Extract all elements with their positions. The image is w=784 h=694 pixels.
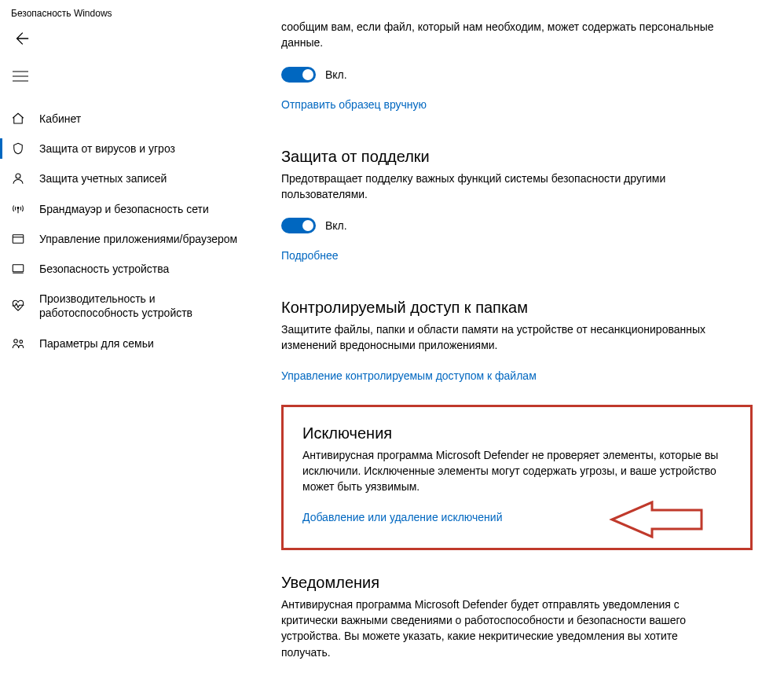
section-heading: Контролируемый доступ к папкам: [281, 299, 753, 317]
sidebar: Безопасность Windows Кабинет: [0, 0, 259, 694]
exclusions-section-highlight: Исключения Антивирусная программа Micros…: [281, 405, 753, 550]
nav-list: Кабинет Защита от вирусов и угроз Защита…: [0, 104, 259, 358]
sidebar-item-label: Производительность и работоспособность у…: [39, 292, 248, 320]
shield-icon: [11, 141, 25, 156]
svg-rect-5: [13, 235, 24, 244]
sidebar-item-account[interactable]: Защита учетных записей: [0, 163, 259, 193]
svg-point-9: [14, 339, 18, 343]
sidebar-item-label: Управление приложениями/браузером: [39, 232, 248, 246]
sidebar-item-device-security[interactable]: Безопасность устройства: [0, 254, 259, 284]
sidebar-item-app-browser[interactable]: Управление приложениями/браузером: [0, 224, 259, 254]
device-security-icon: [11, 262, 25, 276]
manage-cfa-link[interactable]: Управление контролируемым доступом к фай…: [281, 369, 537, 382]
sidebar-item-label: Безопасность устройства: [39, 262, 248, 276]
antenna-icon: [11, 202, 25, 216]
section-description: сообщим вам, если файл, который нам необ…: [281, 19, 721, 51]
svg-point-3: [16, 174, 20, 178]
submit-sample-manually-link[interactable]: Отправить образец вручную: [281, 98, 427, 111]
heart-icon: [11, 299, 25, 313]
annotation-arrow-icon: [609, 501, 703, 542]
section-description: Антивирусная программа Microsoft Defende…: [302, 447, 731, 495]
main-content: сообщим вам, если файл, который нам необ…: [259, 0, 784, 694]
section-description: Антивирусная программа Microsoft Defende…: [281, 597, 721, 660]
svg-rect-7: [13, 265, 24, 272]
person-icon: [11, 171, 25, 185]
tamper-protection-section: Защита от подделки Предотвращает подделк…: [281, 148, 753, 263]
back-button[interactable]: [13, 36, 30, 50]
section-description: Защитите файлы, папки и области памяти н…: [281, 321, 721, 354]
tamper-protection-toggle[interactable]: [281, 218, 316, 233]
toggle-state-label: Вкл.: [325, 219, 347, 232]
family-icon: [11, 336, 25, 351]
section-description: Предотвращает подделку важных функций си…: [281, 171, 721, 203]
app-root: Безопасность Windows Кабинет: [0, 0, 784, 694]
sidebar-item-label: Защита учетных записей: [39, 171, 248, 185]
section-heading: Исключения: [302, 424, 731, 442]
sidebar-item-label: Брандмауэр и безопасность сети: [39, 202, 248, 216]
sidebar-item-label: Параметры для семьи: [39, 336, 248, 351]
tamper-learn-more-link[interactable]: Подробнее: [281, 249, 339, 262]
svg-point-4: [17, 207, 19, 208]
app-title: Безопасность Windows: [0, 0, 259, 22]
sample-submission-toggle[interactable]: [281, 67, 316, 83]
notifications-section: Уведомления Антивирусная программа Micro…: [281, 574, 753, 660]
sidebar-item-home[interactable]: Кабинет: [0, 104, 259, 134]
section-heading: Защита от подделки: [281, 148, 753, 166]
sample-submission-section: сообщим вам, если файл, который нам необ…: [281, 19, 753, 112]
sidebar-item-firewall[interactable]: Брандмауэр и безопасность сети: [0, 194, 259, 224]
sidebar-item-performance[interactable]: Производительность и работоспособность у…: [0, 284, 259, 328]
section-heading: Уведомления: [281, 574, 753, 592]
add-remove-exclusions-link[interactable]: Добавление или удаление исключений: [302, 511, 503, 523]
sidebar-item-virus-threat[interactable]: Защита от вирусов и угроз: [0, 134, 259, 163]
toggle-state-label: Вкл.: [325, 68, 347, 81]
app-browser-icon: [11, 232, 25, 246]
sidebar-item-label: Кабинет: [39, 112, 248, 126]
svg-point-10: [20, 340, 23, 343]
sidebar-item-family[interactable]: Параметры для семьи: [0, 329, 259, 358]
sidebar-item-label: Защита от вирусов и угроз: [39, 141, 248, 156]
hamburger-menu-button[interactable]: [13, 71, 28, 84]
controlled-folder-access-section: Контролируемый доступ к папкам Защитите …: [281, 299, 753, 383]
home-icon: [11, 112, 25, 126]
